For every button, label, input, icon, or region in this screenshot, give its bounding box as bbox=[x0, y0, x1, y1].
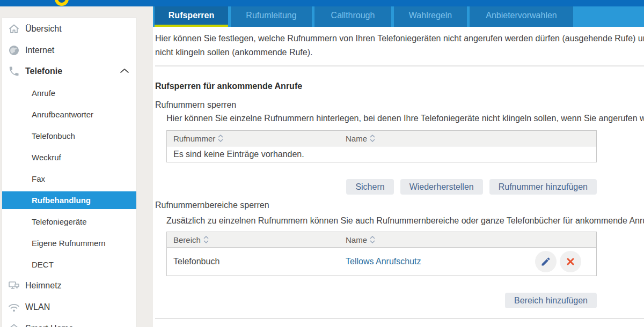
sidebar-item-label: Weckruf bbox=[32, 153, 61, 162]
sidebar-item-wlan[interactable]: WLAN bbox=[2, 296, 136, 318]
sidebar-item-label: Anrufe bbox=[32, 88, 55, 98]
sort-icon bbox=[370, 235, 375, 244]
sidebar-item-rufbehandlung-selected[interactable]: Rufbehandlung bbox=[2, 191, 136, 209]
blocked-numbers-table: Rufnummer Name Es sind keine Einträge vo… bbox=[166, 130, 597, 162]
sidebar-item-anrufbeantworter[interactable]: Anrufbeantworter bbox=[2, 103, 136, 125]
subsection-title-rufnummern-sperren: Rufnummern sperren bbox=[155, 100, 236, 110]
divider bbox=[155, 318, 644, 319]
edit-button[interactable] bbox=[535, 251, 557, 272]
divider bbox=[155, 65, 644, 66]
sidebar-item-fax[interactable]: Fax bbox=[2, 168, 136, 189]
sidebar-item-heimnetz[interactable]: Heimnetz bbox=[2, 275, 136, 296]
sidebar-item-label: Telefonie bbox=[25, 66, 62, 76]
column-label: Name bbox=[346, 235, 367, 244]
sidebar-item-label: DECT bbox=[32, 260, 54, 269]
column-header-rufnummer[interactable]: Rufnummer bbox=[167, 134, 346, 143]
column-header-name[interactable]: Name bbox=[346, 134, 375, 143]
intro-text-line1: Hier können Sie festlegen, welche Rufnum… bbox=[155, 34, 644, 43]
globe-icon bbox=[7, 43, 21, 57]
tab-rufsperren[interactable]: Rufsperren bbox=[155, 6, 228, 27]
sidebar-item-label: Anrufbeantworter bbox=[32, 110, 93, 119]
column-header-name[interactable]: Name bbox=[346, 235, 375, 244]
tab-callthrough[interactable]: Callthrough bbox=[314, 6, 391, 27]
sidebar-item-label: Internet bbox=[25, 46, 54, 55]
sidebar-item-eigene-rufnummern[interactable]: Eigene Rufnummern bbox=[2, 232, 136, 254]
network-icon bbox=[7, 279, 21, 293]
top-header-bar bbox=[0, 0, 644, 6]
subsection-title-rufnummernbereiche-sperren: Rufnummernbereiche sperren bbox=[155, 200, 269, 210]
sidebar-item-label: Telefonbuch bbox=[32, 131, 75, 140]
sort-icon bbox=[370, 134, 375, 143]
sidebar-item-internet[interactable]: Internet bbox=[2, 40, 136, 61]
pencil-icon bbox=[540, 256, 551, 267]
fritzbox-telefonie-rufbehandlung-page: Übersicht Internet Telefonie Anrufe Anru… bbox=[0, 0, 644, 327]
sidebar: Übersicht Internet Telefonie Anrufe Anru… bbox=[2, 18, 136, 327]
tab-label: Callthrough bbox=[331, 11, 375, 20]
sidebar-item-label: WLAN bbox=[25, 302, 50, 312]
sidebar-item-anrufe[interactable]: Anrufe bbox=[2, 82, 136, 103]
rufnummer-hinzufuegen-button[interactable]: Rufnummer hinzufügen bbox=[489, 179, 597, 195]
tab-label: Anbietervorwahlen bbox=[486, 11, 557, 20]
row-actions bbox=[535, 251, 596, 272]
column-label: Bereich bbox=[173, 235, 201, 244]
table-header-row: Rufnummer Name bbox=[167, 131, 596, 146]
wiederherstellen-button[interactable]: Wiederherstellen bbox=[400, 179, 483, 195]
blocked-ranges-table: Bereich Name Telefonbuch Tellows Anrufsc… bbox=[166, 232, 597, 276]
table-row-telefonbuch: Telefonbuch Tellows Anrufschutz bbox=[167, 248, 596, 276]
sort-icon bbox=[218, 134, 223, 143]
rufnummern-sperren-description: Hier können Sie einzelne Rufnummern hint… bbox=[166, 114, 644, 123]
sidebar-item-label: Fax bbox=[32, 174, 45, 183]
sidebar-item-label: Heimnetz bbox=[25, 281, 62, 291]
phone-icon bbox=[7, 64, 21, 78]
close-icon bbox=[566, 257, 575, 266]
sidebar-item-label: Rufbehandlung bbox=[32, 196, 91, 205]
sidebar-item-telefoniegeraete[interactable]: Telefoniegeräte bbox=[2, 211, 136, 232]
section-title-ankommende-anrufe: Rufsperren für ankommende Anrufe bbox=[155, 81, 302, 91]
empty-table-row: Es sind keine Einträge vorhanden. bbox=[167, 146, 596, 162]
sidebar-item-smart-home[interactable]: Smart Home bbox=[2, 318, 136, 327]
tab-bar: Rufsperren Rufumleitung Callthrough Wahl… bbox=[153, 6, 644, 27]
table1-button-row: Sichern Wiederherstellen Rufnummer hinzu… bbox=[166, 179, 597, 195]
sidebar-item-label: Smart Home bbox=[25, 324, 74, 327]
tellows-anrufschutz-link[interactable]: Tellows Anrufschutz bbox=[346, 257, 421, 266]
smart-home-icon bbox=[7, 322, 21, 327]
empty-table-message: Es sind keine Einträge vorhanden. bbox=[167, 150, 304, 159]
table-header-row: Bereich Name bbox=[167, 232, 596, 248]
column-label: Name bbox=[346, 134, 367, 143]
chevron-up-icon bbox=[120, 66, 129, 76]
sidebar-item-dect[interactable]: DECT bbox=[2, 254, 136, 275]
sort-icon bbox=[203, 235, 209, 244]
column-header-bereich[interactable]: Bereich bbox=[167, 235, 346, 244]
sidebar-item-uebersicht[interactable]: Übersicht bbox=[2, 18, 136, 40]
sidebar-item-label: Eigene Rufnummern bbox=[32, 239, 106, 248]
bereich-cell: Telefonbuch bbox=[167, 257, 346, 266]
home-icon bbox=[7, 22, 21, 36]
sidebar-item-weckruf[interactable]: Weckruf bbox=[2, 146, 136, 168]
wifi-icon bbox=[7, 300, 21, 314]
sidebar-item-label: Übersicht bbox=[25, 24, 62, 34]
sidebar-item-telefonie[interactable]: Telefonie bbox=[2, 61, 136, 82]
sichern-button[interactable]: Sichern bbox=[346, 179, 393, 195]
intro-text-line2: nicht klingeln sollen (ankommende Rufe). bbox=[155, 48, 312, 57]
rufnummernbereiche-description: Zusätzlich zu einzelnen Rufnummern könne… bbox=[166, 216, 644, 226]
sidebar-item-telefonbuch[interactable]: Telefonbuch bbox=[2, 125, 136, 146]
tab-label: Rufsperren bbox=[169, 11, 214, 20]
tab-label: Wahlregeln bbox=[409, 11, 452, 20]
column-label: Rufnummer bbox=[173, 134, 215, 143]
tab-wahlregeln[interactable]: Wahlregeln bbox=[394, 6, 467, 27]
table2-button-row: Bereich hinzufügen bbox=[166, 293, 597, 308]
sidebar-item-label: Telefoniegeräte bbox=[32, 217, 87, 226]
tab-anbietervorwahlen[interactable]: Anbietervorwahlen bbox=[470, 6, 573, 27]
tab-label: Rufumleitung bbox=[246, 11, 296, 20]
tab-rufumleitung[interactable]: Rufumleitung bbox=[231, 6, 312, 27]
delete-button[interactable] bbox=[560, 251, 581, 272]
bereich-hinzufuegen-button[interactable]: Bereich hinzufügen bbox=[505, 293, 597, 308]
fritzbox-logo-fragment bbox=[55, 0, 69, 6]
